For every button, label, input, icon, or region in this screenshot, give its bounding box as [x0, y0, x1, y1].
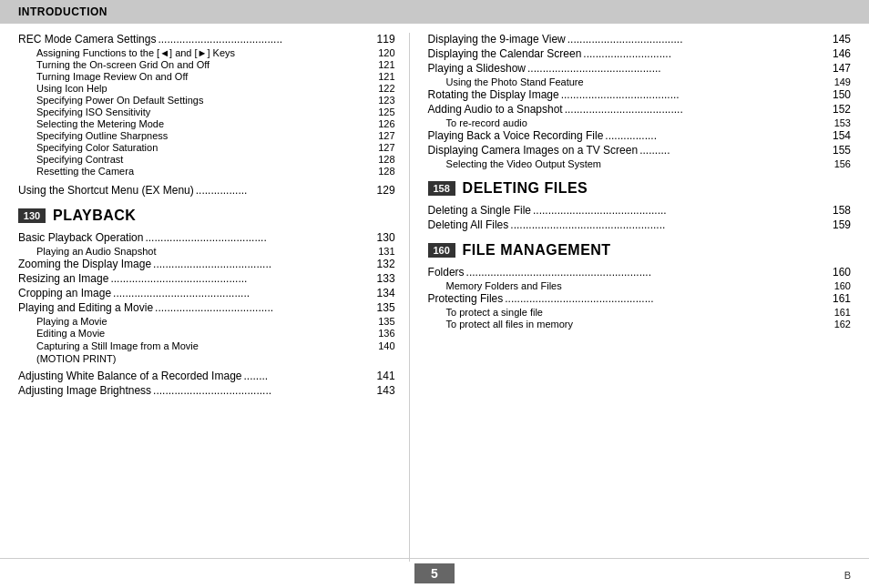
delete-all-row: Deleting All Files .....................… — [428, 218, 851, 231]
cropping-page: 134 — [370, 287, 395, 299]
right-column: Displaying the 9-image View ............… — [410, 33, 851, 562]
sub-title: Turning Image Review On and Off — [36, 71, 370, 82]
sub-page: 128 — [370, 154, 395, 165]
white-balance-dots: ........ — [241, 370, 369, 382]
sub-row: To protect a single file 161 — [428, 307, 851, 318]
right-top-entries: Displaying the 9-image View ............… — [428, 33, 851, 169]
sub-row: To protect all files in memory 162 — [428, 319, 851, 329]
footer: 5 B — [0, 558, 869, 588]
white-balance-title: Adjusting White Balance of a Recorded Im… — [18, 370, 241, 382]
calendar-title: Displaying the Calendar Screen — [428, 47, 582, 60]
playback-section-header: 130 PLAYBACK — [18, 208, 395, 224]
sub-page: 140 — [370, 340, 395, 351]
page-number-box: 5 — [414, 563, 455, 583]
slideshow-title: Playing a Slideshow — [428, 62, 526, 75]
rec-mode-page: 119 — [370, 33, 395, 46]
delete-single-title: Deleting a Single File — [428, 204, 531, 217]
tv-display-row: Displaying Camera Images on a TV Screen … — [428, 144, 851, 157]
movie-row: Playing and Editing a Movie ............… — [18, 301, 395, 314]
sub-title: To re-record audio — [446, 117, 825, 128]
sub-row: Editing a Movie 136 — [18, 328, 395, 339]
deleting-section-title: DELETING FILES — [463, 180, 588, 197]
sub-title: Using Icon Help — [36, 83, 370, 94]
brightness-page: 143 — [370, 384, 395, 397]
deleting-entries: Deleting a Single File .................… — [428, 204, 851, 231]
sub-page: 153 — [825, 117, 851, 128]
rotating-page: 150 — [825, 88, 851, 101]
basic-playback-dots: ........................................ — [143, 231, 369, 244]
deleting-section-num: 158 — [428, 181, 455, 196]
tv-display-page: 155 — [825, 144, 851, 157]
adding-audio-row: Adding Audio to a Snapshot .............… — [428, 103, 851, 116]
zooming-row: Zooming the Display Image ..............… — [18, 258, 395, 270]
voice-recording-row: Playing Back a Voice Recording File ....… — [428, 129, 851, 142]
rec-mode-title: REC Mode Camera Settings — [18, 33, 156, 46]
sub-page: 161 — [825, 307, 851, 318]
protecting-row: Protecting Files .......................… — [428, 292, 851, 305]
shortcut-section: Using the Shortcut Menu (EX Menu) ......… — [18, 184, 395, 197]
sub-title: Playing a Movie — [36, 316, 370, 327]
movie-dots: ....................................... — [153, 301, 369, 314]
sub-row: Specifying Contrast 128 — [18, 154, 395, 165]
sub-row-reset-camera: Resetting the Camera 128 — [18, 166, 395, 177]
sub-page: 149 — [825, 76, 851, 87]
calendar-page: 146 — [825, 47, 851, 60]
sub-title: Memory Folders and Files — [446, 280, 825, 291]
delete-all-dots: ........................................… — [508, 218, 825, 231]
basic-playback-title: Basic Playback Operation — [18, 231, 143, 244]
voice-recording-title: Playing Back a Voice Recording File — [428, 129, 604, 142]
brightness-row: Adjusting Image Brightness .............… — [18, 384, 395, 397]
sub-row: Selecting the Video Output System 156 — [428, 158, 851, 169]
sub-page: 120 — [370, 47, 395, 58]
zooming-dots: ....................................... — [151, 258, 370, 270]
brightness-title: Adjusting Image Brightness — [18, 384, 151, 397]
file-mgmt-section-num: 160 — [428, 243, 455, 258]
deleting-section-header: 158 DELETING FILES — [428, 180, 851, 197]
folders-dots: ........................................… — [465, 266, 825, 279]
content-area: REC Mode Camera Settings ...............… — [0, 24, 869, 562]
sub-row: To re-record audio 153 — [428, 117, 851, 128]
sub-title: Assigning Functions to the [◄] and [►] K… — [36, 47, 370, 58]
sub-page: 127 — [370, 142, 395, 153]
header-title: INTRODUCTION — [18, 5, 107, 18]
sub-title: Specifying ISO Sensitivity — [36, 106, 370, 117]
sub-title: Specifying Power On Default Settings — [36, 95, 370, 106]
sub-title: Selecting the Video Output System — [446, 158, 825, 169]
sub-title: Turning the On-screen Grid On and Off — [36, 59, 370, 70]
shortcut-dots: ................. — [194, 184, 370, 197]
resizing-page: 133 — [370, 272, 395, 285]
page-container: INTRODUCTION REC Mode Camera Settings ..… — [0, 0, 869, 588]
sub-row: Capturing a Still Image from a Movie(MOT… — [18, 340, 395, 366]
movie-title: Playing and Editing a Movie — [18, 301, 153, 314]
resizing-row: Resizing an Image ......................… — [18, 272, 395, 285]
delete-single-dots: ........................................… — [531, 204, 825, 217]
nine-image-title: Displaying the 9-image View — [428, 33, 566, 46]
sub-page: 127 — [370, 130, 395, 141]
protecting-page: 161 — [825, 292, 851, 305]
slideshow-row: Playing a Slideshow ....................… — [428, 62, 851, 75]
delete-single-row: Deleting a Single File .................… — [428, 204, 851, 217]
slideshow-dots: ........................................… — [526, 62, 825, 75]
file-mgmt-entries: Folders ................................… — [428, 266, 851, 329]
sub-page: 123 — [370, 95, 395, 106]
resizing-dots: ........................................… — [108, 272, 369, 285]
rotating-dots: ....................................... — [559, 88, 825, 101]
sub-row: Selecting the Metering Mode 126 — [18, 118, 395, 129]
delete-all-page: 159 — [825, 218, 851, 231]
sub-row: Specifying Color Saturation 127 — [18, 142, 395, 153]
delete-all-title: Deleting All Files — [428, 218, 509, 231]
sub-title: Using the Photo Stand Feature — [446, 76, 825, 87]
sub-row: Playing an Audio Snapshot 131 — [18, 246, 395, 257]
playback-section-title: PLAYBACK — [53, 208, 136, 224]
sub-page: 131 — [370, 246, 395, 257]
brightness-dots: ....................................... — [151, 384, 369, 397]
movie-page: 135 — [370, 301, 395, 314]
cropping-row: Cropping an Image ......................… — [18, 287, 395, 299]
slideshow-page: 147 — [825, 62, 851, 75]
sub-page: 135 — [370, 316, 395, 327]
rotating-title: Rotating the Display Image — [428, 88, 559, 101]
voice-recording-page: 154 — [825, 129, 851, 142]
playback-section-num: 130 — [18, 208, 46, 223]
file-mgmt-section-title: FILE MANAGEMENT — [463, 242, 611, 259]
footer-right-label: B — [844, 570, 851, 581]
